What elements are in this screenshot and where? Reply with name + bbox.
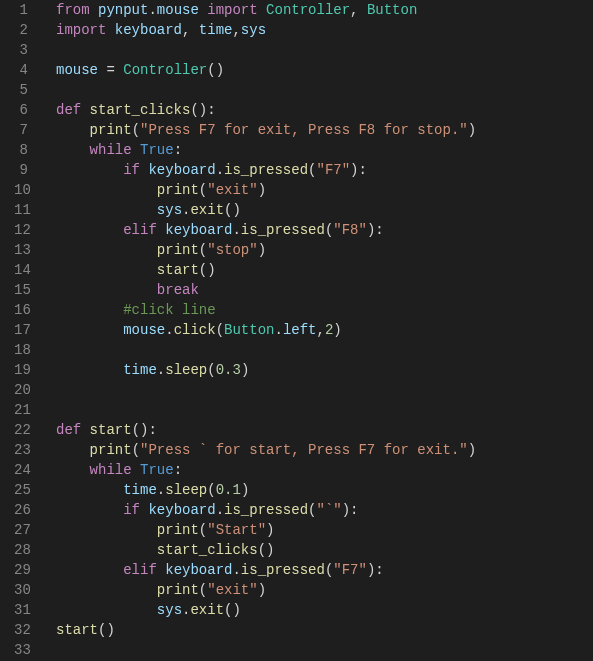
token-op — [56, 182, 157, 198]
token-fn: is_pressed — [241, 562, 325, 578]
token-fn: print — [157, 242, 199, 258]
code-editor[interactable]: 1234567891011121314151617181920212223242… — [0, 0, 593, 661]
token-var: mouse — [157, 2, 199, 18]
line-number: 18 — [14, 340, 28, 360]
code-line[interactable] — [56, 80, 593, 100]
code-line[interactable]: elif keyboard.is_pressed("F7"): — [56, 560, 593, 580]
code-line[interactable]: while True: — [56, 140, 593, 160]
code-line[interactable]: mouse.click(Button.left,2) — [56, 320, 593, 340]
token-op — [56, 482, 123, 498]
token-op: ( — [199, 582, 207, 598]
code-line[interactable]: if keyboard.is_pressed("F7"): — [56, 160, 593, 180]
token-var: keyboard — [148, 162, 215, 178]
code-line[interactable]: import keyboard, time,sys — [56, 20, 593, 40]
token-op — [56, 142, 90, 158]
line-number: 19 — [14, 360, 28, 380]
code-line[interactable]: #click line — [56, 300, 593, 320]
token-fn: is_pressed — [224, 162, 308, 178]
code-line[interactable]: time.sleep(0.3) — [56, 360, 593, 380]
line-number: 28 — [14, 540, 28, 560]
token-str: "Start" — [207, 522, 266, 538]
token-op: () — [258, 542, 275, 558]
code-line[interactable]: print("Press F7 for exit, Press F8 for s… — [56, 120, 593, 140]
token-fn: start — [56, 622, 98, 638]
token-bool: True — [140, 462, 174, 478]
token-op: . — [232, 222, 240, 238]
token-op: ) — [258, 182, 266, 198]
code-line[interactable]: print("Start") — [56, 520, 593, 540]
token-str: "stop" — [207, 242, 257, 258]
line-number: 1 — [14, 0, 28, 20]
code-line[interactable]: print("stop") — [56, 240, 593, 260]
code-line[interactable]: elif keyboard.is_pressed("F8"): — [56, 220, 593, 240]
line-number: 31 — [14, 600, 28, 620]
token-cls: Controller — [266, 2, 350, 18]
token-op: ) — [241, 482, 249, 498]
code-line[interactable]: break — [56, 280, 593, 300]
token-fn: exit — [190, 202, 224, 218]
token-bool: True — [140, 142, 174, 158]
token-op — [56, 582, 157, 598]
token-op — [56, 162, 123, 178]
line-number: 11 — [14, 200, 28, 220]
token-op: ( — [199, 242, 207, 258]
line-number: 15 — [14, 280, 28, 300]
line-number: 24 — [14, 460, 28, 480]
line-number: 4 — [14, 60, 28, 80]
code-area[interactable]: from pynput.mouse import Controller, But… — [42, 0, 593, 661]
token-var: keyboard — [165, 562, 232, 578]
token-str: "Press ` for start, Press F7 for exit." — [140, 442, 468, 458]
token-op: . — [232, 562, 240, 578]
token-var: mouse — [123, 322, 165, 338]
token-op — [56, 302, 123, 318]
code-line[interactable]: def start_clicks(): — [56, 100, 593, 120]
code-line[interactable] — [56, 640, 593, 660]
line-number: 5 — [14, 80, 28, 100]
token-var: keyboard — [165, 222, 232, 238]
code-line[interactable]: mouse = Controller() — [56, 60, 593, 80]
token-op: , — [350, 2, 367, 18]
code-line[interactable]: print("exit") — [56, 180, 593, 200]
line-number: 20 — [14, 380, 28, 400]
token-op: ( — [199, 522, 207, 538]
code-line[interactable]: sys.exit() — [56, 200, 593, 220]
token-var: mouse — [56, 62, 98, 78]
line-number-gutter: 1234567891011121314151617181920212223242… — [0, 0, 42, 661]
code-line[interactable]: from pynput.mouse import Controller, But… — [56, 0, 593, 20]
code-line[interactable]: sys.exit() — [56, 600, 593, 620]
token-op: ): — [367, 222, 384, 238]
token-op — [56, 542, 157, 558]
token-fn: exit — [190, 602, 224, 618]
token-op: . — [216, 502, 224, 518]
code-line[interactable]: time.sleep(0.1) — [56, 480, 593, 500]
token-op — [56, 562, 123, 578]
code-line[interactable] — [56, 400, 593, 420]
token-op — [56, 462, 90, 478]
code-line[interactable] — [56, 40, 593, 60]
token-fn: start_clicks — [90, 102, 191, 118]
token-fn: sleep — [165, 482, 207, 498]
code-line[interactable]: def start(): — [56, 420, 593, 440]
token-kw: if — [123, 502, 148, 518]
token-op: . — [157, 362, 165, 378]
code-line[interactable]: start() — [56, 620, 593, 640]
code-line[interactable]: print("Press ` for start, Press F7 for e… — [56, 440, 593, 460]
token-fn: start_clicks — [157, 542, 258, 558]
code-line[interactable]: start() — [56, 260, 593, 280]
token-op — [56, 222, 123, 238]
token-op — [56, 262, 157, 278]
code-line[interactable]: print("exit") — [56, 580, 593, 600]
token-str: "F7" — [333, 562, 367, 578]
code-line[interactable] — [56, 380, 593, 400]
code-line[interactable] — [56, 340, 593, 360]
line-number: 25 — [14, 480, 28, 500]
code-line[interactable]: while True: — [56, 460, 593, 480]
code-line[interactable]: start_clicks() — [56, 540, 593, 560]
token-op: . — [157, 482, 165, 498]
code-line[interactable]: if keyboard.is_pressed("`"): — [56, 500, 593, 520]
token-op: ) — [468, 122, 476, 138]
token-op — [56, 362, 123, 378]
token-var: time — [199, 22, 233, 38]
token-cls: Button — [367, 2, 417, 18]
token-str: "exit" — [207, 582, 257, 598]
